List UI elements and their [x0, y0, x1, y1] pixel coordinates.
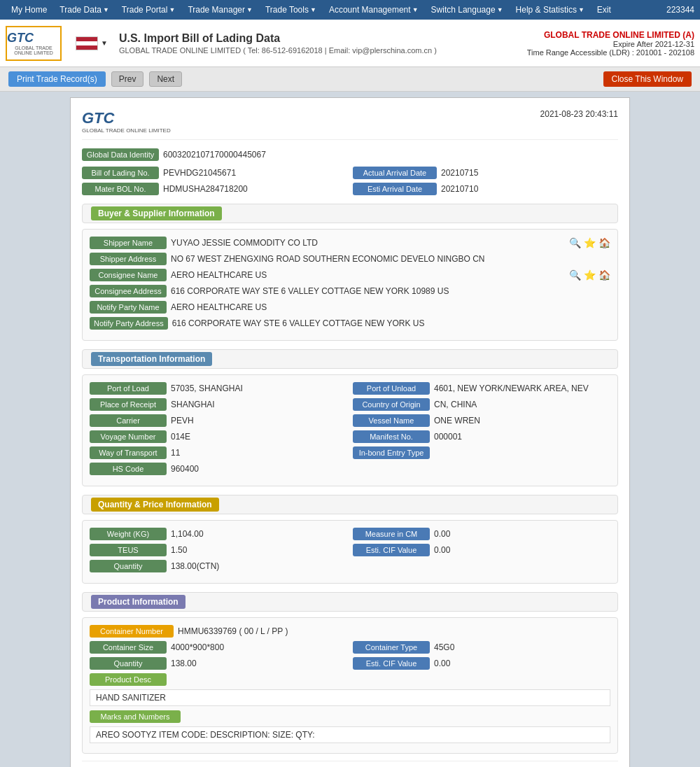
report-logo-area: GTC GLOBAL TRADE ONLINE LIMITED	[82, 109, 171, 134]
consignee-name-label: Consignee Name	[90, 269, 167, 281]
company-name: GLOBAL TRADE ONLINE LIMITED (A)	[527, 30, 694, 40]
voyage-manifest-row: Voyage Number 014E Manifest No. 000001	[90, 430, 610, 443]
vessel-name-value: ONE WREN	[434, 416, 610, 425]
prev-button-top[interactable]: Prev	[111, 71, 144, 87]
actual-arrival-label: Actual Arrival Date	[353, 167, 437, 179]
global-data-id-row: Global Data Identity 6003202107170000445…	[82, 148, 618, 161]
global-data-id-label: Global Data Identity	[82, 148, 159, 161]
product-section: Container Number HMMU6339769 ( 00 / L / …	[82, 617, 618, 754]
hs-code-label: HS Code	[90, 463, 167, 475]
esti-cif-label: Esti. CIF Value	[353, 544, 430, 556]
buyer-supplier-label: Buyer & Supplier Information	[91, 206, 222, 220]
transportation-section-header: Transportation Information	[82, 349, 618, 369]
prod-esti-cif-value: 0.00	[434, 659, 610, 668]
bol-no-col: Bill of Lading No. PEVHDG21045671	[82, 167, 347, 179]
prod-esti-cif-label: Esti. CIF Value	[353, 657, 430, 670]
consignee-addr-row: Consignee Address 616 CORPORATE WAY STE …	[90, 285, 610, 297]
quantity-price-section: Weight (KG) 1,104.00 Measure in CM 0.00 …	[82, 520, 618, 584]
flag-dropdown-arrow[interactable]: ▼	[101, 39, 108, 47]
shipper-name-icons: 🔍 ⭐ 🏠	[569, 237, 610, 248]
shipper-star-icon[interactable]: ⭐	[584, 237, 596, 248]
notify-party-addr-value: 616 CORPORATE WAY STE 6 VALLEY COTTAGE N…	[172, 318, 610, 328]
country-of-origin-col: Country of Origin CN, CHINA	[353, 398, 610, 411]
carrier-col: Carrier PEVH	[90, 414, 347, 427]
master-bol-row: Mater BOL No. HDMUSHA284718200 Esti Arri…	[82, 183, 618, 195]
container-size-value: 4000*900*800	[171, 642, 347, 652]
weight-value: 1,104.00	[171, 529, 347, 539]
header-bar: GTC GLOBAL TRADE ONLINE LIMITED ▼ U.S. I…	[0, 20, 700, 67]
logo-box: GTC GLOBAL TRADE ONLINE LIMITED	[6, 26, 62, 61]
port-of-load-label: Port of Load	[90, 382, 167, 395]
shipper-search-icon[interactable]: 🔍	[569, 237, 581, 248]
nav-items: My Home Trade Data ▼ Trade Portal ▼ Trad…	[6, 2, 617, 17]
port-of-load-value: 57035, SHANGHAI	[171, 384, 347, 393]
page-title: U.S. Import Bill of Lading Data	[119, 32, 527, 45]
country-of-origin-label: Country of Origin	[353, 398, 430, 411]
close-button-top[interactable]: Close This Window	[603, 71, 692, 87]
teus-cif-row: TEUS 1.50 Esti. CIF Value 0.00	[90, 544, 610, 556]
quantity-price-section-header: Quantity & Price Information	[82, 495, 618, 514]
shipper-addr-row: Shipper Address NO 67 WEST ZHENGXING ROA…	[90, 253, 610, 265]
prod-quantity-cif-row: Quantity 138.00 Esti. CIF Value 0.00	[90, 657, 610, 670]
measure-value: 0.00	[434, 529, 610, 539]
nav-exit[interactable]: Exit	[592, 2, 617, 17]
nav-trade-manager[interactable]: Trade Manager ▼	[182, 2, 258, 17]
quantity-price-label: Quantity & Price Information	[91, 498, 219, 512]
weight-col: Weight (KG) 1,104.00	[90, 528, 347, 540]
container-type-value: 45G0	[434, 642, 610, 652]
report-logo: GTC	[82, 109, 171, 127]
next-button-top[interactable]: Next	[149, 71, 182, 87]
consignee-search-icon[interactable]: 🔍	[569, 269, 581, 281]
bol-no-value: PEVHDG21045671	[163, 168, 347, 178]
consignee-home-icon[interactable]: 🏠	[598, 269, 610, 281]
nav-trade-portal[interactable]: Trade Portal ▼	[116, 2, 181, 17]
product-section-header: Product Information	[82, 592, 618, 612]
nav-switch-language[interactable]: Switch Language ▼	[426, 2, 509, 17]
bol-no-label: Bill of Lading No.	[82, 167, 159, 179]
vessel-name-col: Vessel Name ONE WREN	[353, 414, 610, 427]
hs-code-row: HS Code 960400	[90, 463, 610, 475]
port-row: Port of Load 57035, SHANGHAI Port of Unl…	[90, 382, 610, 395]
prod-quantity-label: Quantity	[90, 657, 167, 670]
nav-my-home[interactable]: My Home	[6, 2, 52, 17]
report-header: GTC GLOBAL TRADE ONLINE LIMITED 2021-08-…	[82, 109, 618, 140]
consignee-star-icon[interactable]: ⭐	[584, 269, 596, 281]
way-of-transport-value: 11	[171, 448, 347, 458]
nav-trade-tools[interactable]: Trade Tools ▼	[260, 2, 322, 17]
shipper-home-icon[interactable]: 🏠	[598, 237, 610, 248]
actual-arrival-value: 20210715	[441, 168, 618, 178]
quantity-value: 138.00(CTN)	[171, 561, 610, 571]
flag-area[interactable]: ▼	[76, 36, 108, 50]
in-bond-label: In-bond Entry Type	[353, 446, 430, 459]
bol-row: Bill of Lading No. PEVHDG21045671 Actual…	[82, 167, 618, 179]
nav-help-statistics[interactable]: Help & Statistics ▼	[510, 2, 590, 17]
time-range-info: Time Range Accessible (LDR) : 201001 - 2…	[527, 48, 694, 57]
marks-numbers-value: AREO SOOTYZ ITEM CODE: DESCRIPTION: SIZE…	[90, 726, 610, 743]
marks-numbers-row: Marks and Numbers	[90, 710, 610, 723]
nav-trade-data[interactable]: Trade Data ▼	[54, 2, 115, 17]
product-label: Product Information	[91, 595, 186, 609]
print-button-top[interactable]: Print Trade Record(s)	[8, 71, 106, 87]
content-card: GTC GLOBAL TRADE ONLINE LIMITED 2021-08-…	[70, 97, 630, 767]
consignee-name-icons: 🔍 ⭐ 🏠	[569, 269, 610, 281]
way-of-transport-label: Way of Transport	[90, 446, 167, 459]
weight-measure-row: Weight (KG) 1,104.00 Measure in CM 0.00	[90, 528, 610, 540]
place-of-receipt-col: Place of Receipt SHANGHAI	[90, 398, 347, 411]
product-desc-value: HAND SANITIZER	[90, 689, 610, 706]
actual-arrival-col: Actual Arrival Date 20210715	[353, 167, 618, 179]
logo-sub: GLOBAL TRADE ONLINE LIMITED	[7, 45, 60, 55]
carrier-label: Carrier	[90, 414, 167, 427]
port-of-load-col: Port of Load 57035, SHANGHAI	[90, 382, 347, 395]
page-footer: U.S. Import Bill of Lading Data 1 / 1 60…	[82, 761, 618, 767]
teus-label: TEUS	[90, 544, 167, 556]
report-datetime: 2021-08-23 20:43:11	[540, 109, 618, 119]
receipt-origin-row: Place of Receipt SHANGHAI Country of Ori…	[90, 398, 610, 411]
esti-cif-col: Esti. CIF Value 0.00	[353, 544, 610, 556]
container-number-label: Container Number	[90, 625, 174, 638]
main-wrapper: GTC GLOBAL TRADE ONLINE LIMITED 2021-08-…	[0, 92, 700, 767]
buyer-supplier-section: Shipper Name YUYAO JESSIE COMMODITY CO L…	[82, 229, 618, 341]
nav-account-management[interactable]: Account Management ▼	[323, 2, 424, 17]
quantity-label: Quantity	[90, 560, 167, 572]
top-action-bar: Print Trade Record(s) Prev Next Close Th…	[0, 67, 700, 92]
container-number-value: HMMU6339769 ( 00 / L / PP )	[178, 626, 610, 636]
